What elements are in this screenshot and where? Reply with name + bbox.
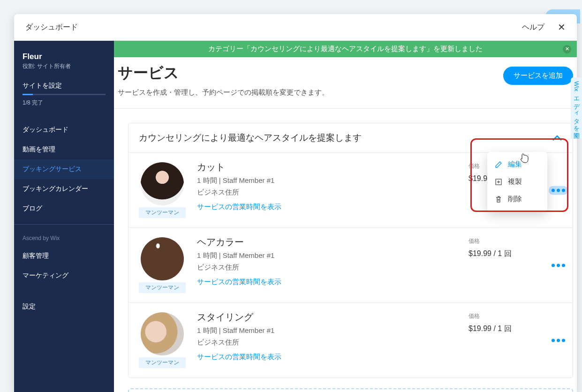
sidebar-item-blog[interactable]: ブログ: [14, 199, 114, 219]
page-description: サービスを作成・管理し、予約ページでの掲載順を変更できます。: [118, 88, 329, 97]
service-address: ビジネス住所: [197, 188, 457, 197]
service-address: ビジネス住所: [197, 338, 457, 347]
more-actions-icon[interactable]: [549, 186, 568, 195]
service-address: ビジネス住所: [197, 263, 457, 272]
context-delete-label: 削除: [508, 195, 522, 204]
pencil-icon: [495, 161, 502, 168]
sidebar: Fleur 役割: サイト所有者 サイトを設定 1/8 完了 ダッシュボード 動…: [14, 41, 114, 392]
price-label: 価格: [469, 312, 562, 320]
service-row: マンツーマン スタイリング 1 時間 | Staff Member #1 ビジネ…: [128, 302, 573, 377]
service-name: ヘアカラー: [197, 237, 457, 247]
category-title-text: カウンセリングにより最適なヘアスタイルを提案します: [139, 132, 362, 144]
price-value: $19.99 / 1 回: [469, 249, 562, 259]
service-meta: 1 時間 | Staff Member #1: [197, 326, 457, 335]
service-row: マンツーマン ヘアカラー 1 時間 | Staff Member #1 ビジネス…: [128, 227, 573, 302]
plus-square-icon: [495, 178, 502, 186]
setup-link[interactable]: サイトを設定: [14, 76, 114, 94]
chevron-up-icon: [552, 133, 562, 143]
service-hours-link[interactable]: サービスの営業時間を表示: [197, 203, 457, 211]
sidebar-item-booking-calendar[interactable]: ブッキングカレンダー: [14, 179, 114, 199]
trash-icon: [495, 196, 502, 203]
service-image: [141, 162, 184, 205]
context-duplicate[interactable]: 複製: [487, 173, 547, 190]
price-label: 価格: [469, 237, 562, 245]
modal-header: ダッシュボード ヘルプ ✕: [14, 14, 577, 41]
add-service-inline[interactable]: + サービスを追加: [128, 388, 573, 392]
dashboard-modal: ダッシュボード ヘルプ ✕ Fleur 役割: サイト所有者 サイトを設定 1/…: [14, 14, 577, 392]
service-hours-link[interactable]: サービスの営業時間を表示: [197, 353, 457, 362]
sidebar-item-video[interactable]: 動画を管理: [14, 140, 114, 159]
service-type-tag: マンツーマン: [139, 357, 186, 368]
context-edit-label: 編集: [508, 160, 522, 169]
more-actions-icon[interactable]: [549, 261, 568, 270]
context-edit[interactable]: 編集: [487, 156, 547, 173]
service-name: スタイリング: [197, 312, 457, 322]
sidebar-item-settings[interactable]: 設定: [14, 297, 114, 317]
service-type-tag: マンツーマン: [139, 282, 186, 293]
sidebar-item-marketing[interactable]: マーケティング: [14, 266, 114, 286]
progress-bar: [23, 94, 106, 95]
main-content: カテゴリー「カウンセリングにより最適なヘアスタイルを提案します」を更新しました …: [114, 41, 577, 392]
service-meta: 1 時間 | Staff Member #1: [197, 251, 457, 260]
site-role: 役割: サイト所有者: [14, 62, 114, 76]
ascend-label: Ascend by Wix: [14, 224, 114, 246]
open-editor-tab[interactable]: Wix エディタを開く: [571, 77, 582, 139]
close-icon[interactable]: ✕: [558, 22, 566, 33]
sidebar-item-booking-services[interactable]: ブッキングサービス: [14, 159, 114, 179]
add-service-button[interactable]: サービスを追加: [503, 67, 573, 85]
help-link[interactable]: ヘルプ: [522, 23, 544, 32]
category-panel: カウンセリングにより最適なヘアスタイルを提案します マンツーマン カット 1 時…: [128, 123, 573, 378]
context-delete[interactable]: 削除: [487, 190, 547, 208]
site-name: Fleur: [14, 47, 114, 62]
sidebar-item-contacts[interactable]: 顧客管理: [14, 246, 114, 266]
service-type-tag: マンツーマン: [139, 207, 186, 218]
context-menu: 編集 複製 削除: [487, 152, 547, 211]
progress-text: 1/8 完了: [14, 99, 114, 113]
service-hours-link[interactable]: サービスの営業時間を表示: [197, 278, 457, 286]
service-image: [141, 237, 184, 280]
service-meta: 1 時間 | Staff Member #1: [197, 176, 457, 185]
banner-text: カテゴリー「カウンセリングにより最適なヘアスタイルを提案します」を更新しました: [208, 45, 483, 53]
service-name: カット: [197, 162, 457, 172]
success-banner: カテゴリー「カウンセリングにより最適なヘアスタイルを提案します」を更新しました …: [114, 41, 577, 57]
category-header[interactable]: カウンセリングにより最適なヘアスタイルを提案します: [128, 123, 573, 152]
sidebar-item-dashboard[interactable]: ダッシュボード: [14, 120, 114, 140]
page-title: サービス: [118, 63, 329, 83]
more-actions-icon[interactable]: [549, 336, 568, 345]
modal-title: ダッシュボード: [25, 23, 78, 32]
service-image: [141, 312, 184, 355]
close-banner-icon[interactable]: ✕: [563, 45, 571, 53]
price-value: $19.99 / 1 回: [469, 324, 562, 334]
service-row: マンツーマン カット 1 時間 | Staff Member #1 ビジネス住所…: [128, 152, 573, 227]
context-duplicate-label: 複製: [508, 177, 522, 186]
